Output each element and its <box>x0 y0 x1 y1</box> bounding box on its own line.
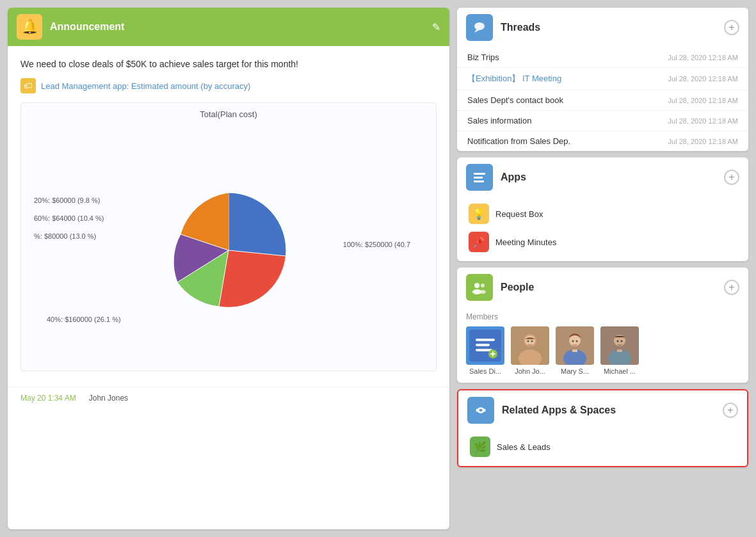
member-avatar-marys <box>556 326 594 365</box>
svg-rect-13 <box>476 339 495 341</box>
svg-rect-36 <box>617 349 622 352</box>
app-link[interactable]: 🏷 Lead Management app: Estimated amount … <box>20 78 437 93</box>
member-johnjones[interactable]: John Jo... <box>511 326 549 375</box>
people-icon-wrap <box>466 274 493 301</box>
app-item-requestbox-name: Request Box <box>495 209 543 219</box>
svg-point-11 <box>479 290 486 294</box>
chart-label3: %: $80000 (13.0 %) <box>34 232 104 240</box>
chart-title: Total(Plan cost) <box>28 109 430 119</box>
svg-rect-18 <box>492 351 494 357</box>
thread-item-4[interactable]: Sales information Jul 28, 2020 12:18 AM <box>457 111 748 131</box>
chart-container: Total(Plan cost) 20%: $60000 (9.8 %) 60%… <box>20 102 437 371</box>
related-icon <box>472 402 489 419</box>
app-item-meetingminutes-name: Meeting Minutes <box>495 237 556 247</box>
svg-point-34 <box>621 341 623 342</box>
svg-point-9 <box>481 284 485 287</box>
salesleads-icon: 🌿 <box>470 437 490 457</box>
requestbox-icon: 💡 <box>469 204 489 224</box>
chart-label2: 60%: $64000 (10.4 %) <box>34 214 104 222</box>
related-item-salesleads[interactable]: 🌿 Sales & Leads <box>466 433 739 461</box>
apps-section: Apps + 💡 Request Box 📌 Meeting Minutes <box>457 157 748 261</box>
svg-point-1 <box>474 22 485 30</box>
svg-point-22 <box>525 335 535 346</box>
people-header: People + <box>457 268 748 307</box>
chart-label1: 20%: $60000 (9.8 %) <box>34 196 104 204</box>
member-marys[interactable]: Mary S... <box>556 326 594 375</box>
app-link-icon: 🏷 <box>20 78 36 93</box>
related-title: Related Apps & Spaces <box>502 405 715 416</box>
member-avatar-salesdiv <box>466 326 504 365</box>
app-item-requestbox[interactable]: 💡 Request Box <box>465 200 741 228</box>
apps-list: 💡 Request Box 📌 Meeting Minutes <box>457 197 748 261</box>
announcement-panel: 🔔 Announcement ✎ We need to close deals … <box>8 8 449 529</box>
people-add-button[interactable]: + <box>724 280 739 295</box>
member-salesdiv[interactable]: Sales Di... <box>466 326 504 375</box>
app-item-meetingminutes[interactable]: 📌 Meeting Minutes <box>465 228 741 256</box>
threads-section: Threads + Biz Trips Jul 28, 2020 12:18 A… <box>457 8 748 151</box>
thread-time-4: Jul 28, 2020 12:18 AM <box>668 117 738 125</box>
thread-time-5: Jul 28, 2020 12:18 AM <box>668 138 738 145</box>
threads-icon <box>471 19 488 36</box>
bell-icon: 🔔 <box>21 19 38 35</box>
svg-rect-30 <box>572 349 577 352</box>
svg-point-27 <box>572 341 574 342</box>
svg-point-39 <box>483 409 486 412</box>
announcement-header: 🔔 Announcement ✎ <box>8 8 449 46</box>
svg-point-28 <box>576 341 578 342</box>
thread-name-2: 【Exhibition】 IT Meeting <box>467 73 561 84</box>
svg-rect-14 <box>476 344 490 346</box>
related-add-button[interactable]: + <box>723 403 738 418</box>
related-header: Related Apps & Spaces + <box>458 390 747 430</box>
footer-author: John Jones <box>89 394 128 403</box>
announcement-footer: May 20 1:34 AM John Jones <box>8 387 449 409</box>
threads-icon-wrap <box>466 14 493 41</box>
svg-rect-5 <box>474 177 483 179</box>
svg-point-24 <box>531 341 533 342</box>
people-icon <box>471 279 488 296</box>
pie-chart-area: 20%: $60000 (9.8 %) 60%: $64000 (10.4 %)… <box>28 125 430 362</box>
announcement-body: We need to close deals of $50K to achiev… <box>8 46 449 387</box>
people-body: Members Sale <box>457 307 748 383</box>
related-section: Related Apps & Spaces + 🌿 Sales & Leads <box>457 389 748 467</box>
apps-title: Apps <box>501 172 716 183</box>
chart-label4: 40%: $160000 (26.1 %) <box>47 316 121 323</box>
thread-time-2: Jul 28, 2020 12:18 AM <box>668 75 738 83</box>
members-list: Sales Di... <box>466 326 739 375</box>
thread-time-3: Jul 28, 2020 12:18 AM <box>668 97 738 104</box>
thread-name-4: Sales information <box>467 116 531 125</box>
member-name-johnjones: John Jo... <box>515 367 545 375</box>
related-icon-wrap <box>467 397 494 424</box>
apps-icon-wrap <box>466 164 493 191</box>
threads-header: Threads + <box>457 8 748 47</box>
pie-chart-svg <box>165 186 293 314</box>
apps-add-button[interactable]: + <box>724 170 739 185</box>
svg-point-8 <box>474 283 479 288</box>
svg-point-38 <box>476 409 479 412</box>
right-panel: Threads + Biz Trips Jul 28, 2020 12:18 A… <box>457 8 748 529</box>
apps-header: Apps + <box>457 157 748 197</box>
related-list: 🌿 Sales & Leads <box>458 430 747 466</box>
footer-date: May 20 1:34 AM <box>20 394 76 403</box>
thread-name-5: Notification from Sales Dep. <box>467 136 570 146</box>
member-name-salesdiv: Sales Di... <box>469 367 501 375</box>
thread-name-3: Sales Dept's contact book <box>467 95 563 105</box>
svg-point-33 <box>617 341 619 342</box>
member-avatar-michael <box>600 326 639 365</box>
thread-item-3[interactable]: Sales Dept's contact book Jul 28, 2020 1… <box>457 90 748 111</box>
apps-icon <box>471 169 488 186</box>
app-link-text: Lead Management app: Estimated amount (b… <box>41 81 250 91</box>
thread-item-5[interactable]: Notification from Sales Dep. Jul 28, 202… <box>457 131 748 151</box>
threads-list: Biz Trips Jul 28, 2020 12:18 AM 【Exhibit… <box>457 47 748 151</box>
announcement-text: We need to close deals of $50K to achiev… <box>20 59 437 69</box>
threads-add-button[interactable]: + <box>724 20 739 35</box>
threads-title: Threads <box>501 22 716 33</box>
people-section: People + Members <box>457 268 748 383</box>
people-title: People <box>501 282 716 293</box>
member-michael[interactable]: Michael ... <box>600 326 639 375</box>
thread-item-2[interactable]: 【Exhibition】 IT Meeting Jul 28, 2020 12:… <box>457 68 748 90</box>
member-name-marys: Mary S... <box>561 367 589 375</box>
svg-rect-6 <box>474 180 484 182</box>
thread-item-1[interactable]: Biz Trips Jul 28, 2020 12:18 AM <box>457 47 748 68</box>
edit-icon[interactable]: ✎ <box>432 21 440 33</box>
svg-rect-37 <box>472 402 489 419</box>
